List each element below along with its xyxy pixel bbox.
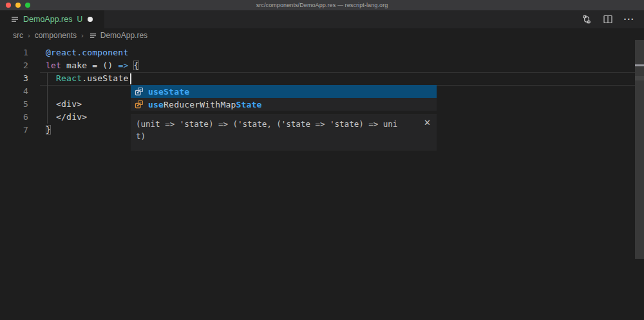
zoom-window-button[interactable] [25,3,30,8]
type-signature-line: (unit => 'state) => ('state, ('state => … [136,118,420,130]
open-changes-button[interactable] [581,14,592,25]
minimize-window-button[interactable] [15,3,21,8]
bracket-token: { [133,61,138,70]
suggestion-item-usestate[interactable]: useState [131,85,437,98]
line-content: </div> [46,111,87,124]
line-number: 6 [0,111,28,124]
code-token: </div> [46,112,87,122]
code-token: @react.component [46,48,128,57]
tab-demoapp[interactable]: DemoApp.res U [0,10,104,28]
symbol-value-icon [134,99,144,109]
breadcrumb-item-src[interactable]: src [13,31,23,40]
more-actions-button[interactable]: ··· [623,14,635,25]
autocomplete-widget: useStateuseReducerWithMapState [131,85,437,111]
breadcrumb-item-demoapp-res[interactable]: DemoApp.res [100,31,147,40]
window-title: src/components/DemoApp.res — rescript-la… [256,2,388,8]
tab-filename: DemoApp.res [23,15,72,24]
chevron-right-icon: › [81,32,84,39]
line-content: <div> [46,98,82,111]
git-compare-icon [582,14,592,24]
code-token: <div> [46,99,82,109]
file-list-icon [11,15,19,23]
overview-ruler-cursor-mark [635,64,644,66]
line-number: 4 [0,85,28,98]
line-number: 7 [0,124,28,136]
breadcrumb: src›components›DemoApp.res [0,28,644,42]
git-status-badge: U [77,15,82,24]
close-icon[interactable]: ✕ [424,118,431,127]
code-token: useState [87,73,128,83]
unsaved-changes-indicator[interactable] [88,17,93,22]
code-line-2[interactable]: 2let make = () => { [0,59,644,72]
line-content: let make = () => { [46,59,139,72]
line-number: 5 [0,98,28,111]
breadcrumb-item-components[interactable]: components [35,31,77,40]
symbol-value-icon [134,86,144,97]
split-editor-button[interactable] [602,14,614,25]
suggestion-label: useState [148,87,189,97]
code-token: React [56,73,82,83]
code-line-1[interactable]: 1@react.component [0,46,644,59]
scrollbar-slider[interactable] [635,40,644,259]
line-number: 3 [0,72,28,85]
code-token: let [46,61,61,70]
autocomplete-detail-panel: (unit => 'state) => ('state, ('state => … [131,114,437,151]
titlebar: src/components/DemoApp.res — rescript-la… [0,0,644,10]
code-token: => [118,61,128,70]
suggestion-item-usereducerwithmapstate[interactable]: useReducerWithMapState [131,98,437,111]
code-token: make = () [61,61,118,70]
suggestion-label: useReducerWithMapState [148,100,262,109]
vscode-window: src/components/DemoApp.res — rescript-la… [0,0,644,320]
bracket-token: } [46,125,51,135]
type-signature-line: t) [136,130,420,142]
split-editor-icon [603,14,613,24]
line-content: } [46,124,51,136]
close-window-button[interactable] [6,3,11,8]
traffic-lights [6,3,30,8]
tab-bar: DemoApp.res U [0,10,644,28]
editor-actions: ··· [581,10,635,28]
ellipsis-icon: ··· [624,16,635,23]
line-content: React.useState [46,72,128,85]
line-content: @react.component [46,46,128,59]
line-number: 1 [0,46,28,59]
file-list-icon [90,32,97,39]
code-line-3[interactable]: 3 React.useState [0,72,644,85]
text-cursor [130,73,131,84]
chevron-right-icon: › [28,32,30,39]
code-token [46,73,56,83]
line-number: 2 [0,59,28,72]
